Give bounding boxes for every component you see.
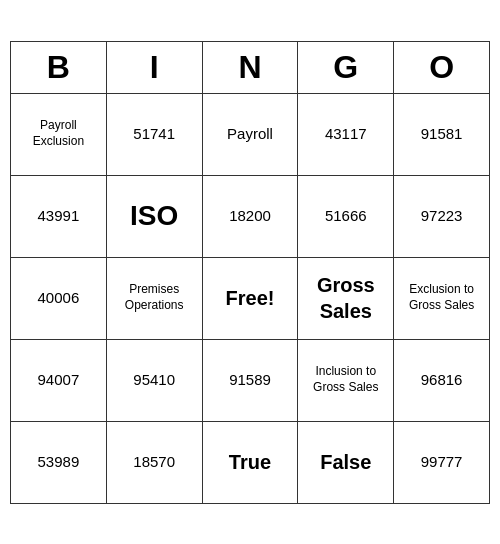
header-letter-g: G [298, 41, 394, 93]
bingo-card: BINGO Payroll Exclusion51741Payroll43117… [10, 41, 490, 504]
bingo-row-1: 43991ISO182005166697223 [11, 175, 490, 257]
bingo-cell-4-1: 18570 [106, 421, 202, 503]
header-letter-o: O [394, 41, 490, 93]
bingo-cell-2-2: Free! [202, 257, 298, 339]
bingo-cell-4-3: False [298, 421, 394, 503]
bingo-row-0: Payroll Exclusion51741Payroll4311791581 [11, 93, 490, 175]
bingo-cell-0-0: Payroll Exclusion [11, 93, 107, 175]
bingo-row-4: 5398918570TrueFalse99777 [11, 421, 490, 503]
bingo-row-2: 40006Premises OperationsFree!Gross Sales… [11, 257, 490, 339]
bingo-cell-2-1: Premises Operations [106, 257, 202, 339]
bingo-cell-0-4: 91581 [394, 93, 490, 175]
bingo-cell-3-2: 91589 [202, 339, 298, 421]
bingo-cell-0-1: 51741 [106, 93, 202, 175]
bingo-cell-3-4: 96816 [394, 339, 490, 421]
bingo-cell-2-3: Gross Sales [298, 257, 394, 339]
bingo-cell-3-0: 94007 [11, 339, 107, 421]
bingo-cell-1-4: 97223 [394, 175, 490, 257]
header-letter-b: B [11, 41, 107, 93]
bingo-cell-0-2: Payroll [202, 93, 298, 175]
bingo-cell-0-3: 43117 [298, 93, 394, 175]
header-letter-i: I [106, 41, 202, 93]
bingo-cell-4-4: 99777 [394, 421, 490, 503]
bingo-cell-4-0: 53989 [11, 421, 107, 503]
bingo-cell-1-2: 18200 [202, 175, 298, 257]
bingo-cell-2-0: 40006 [11, 257, 107, 339]
bingo-row-3: 940079541091589Inclusion to Gross Sales9… [11, 339, 490, 421]
bingo-cell-1-1: ISO [106, 175, 202, 257]
header-letter-n: N [202, 41, 298, 93]
bingo-cell-1-3: 51666 [298, 175, 394, 257]
bingo-header-row: BINGO [11, 41, 490, 93]
bingo-cell-1-0: 43991 [11, 175, 107, 257]
bingo-cell-4-2: True [202, 421, 298, 503]
bingo-body: Payroll Exclusion51741Payroll43117915814… [11, 93, 490, 503]
bingo-cell-3-3: Inclusion to Gross Sales [298, 339, 394, 421]
bingo-cell-3-1: 95410 [106, 339, 202, 421]
bingo-cell-2-4: Exclusion to Gross Sales [394, 257, 490, 339]
